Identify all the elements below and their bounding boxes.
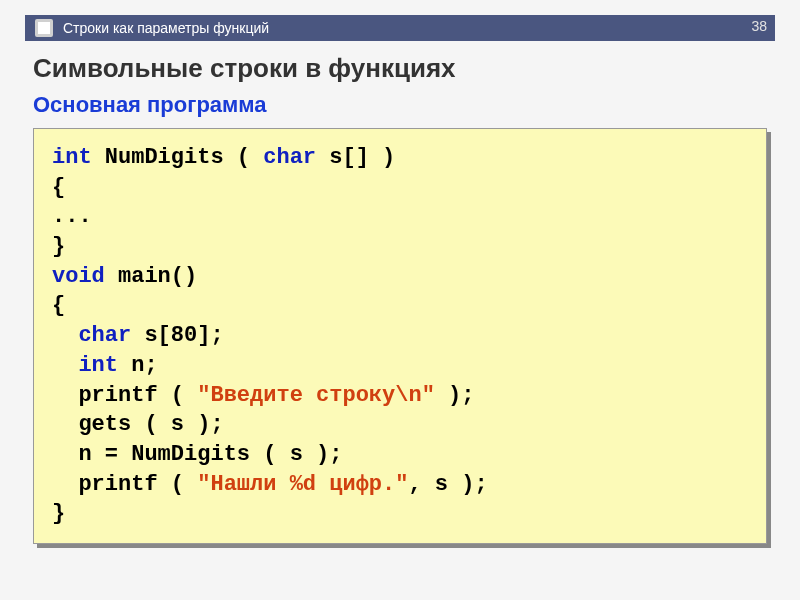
code-text: ... xyxy=(52,204,92,229)
code-text xyxy=(52,472,78,497)
code-text: NumDigits ( xyxy=(92,145,264,170)
slide-subtitle: Основная программа xyxy=(33,92,775,118)
code-text: { xyxy=(52,175,65,200)
string-literal: "Нашли %d цифр." xyxy=(197,472,408,497)
code-text: s[] ) xyxy=(316,145,395,170)
keyword-int: int xyxy=(52,145,92,170)
slide-header: Строки как параметры функций 38 xyxy=(25,15,775,41)
code-text: ( xyxy=(158,383,198,408)
code-text xyxy=(52,323,78,348)
code-text: s[80]; xyxy=(131,323,223,348)
code-text xyxy=(52,412,78,437)
code-text: ( xyxy=(158,472,198,497)
header-bullet-icon xyxy=(35,19,53,37)
code-text: , s ); xyxy=(408,472,487,497)
code-text: printf xyxy=(78,472,157,497)
code-text: n; xyxy=(118,353,158,378)
keyword-void: void xyxy=(52,264,105,289)
code-text xyxy=(52,353,78,378)
page-number: 38 xyxy=(751,18,767,34)
code-text: main() xyxy=(105,264,197,289)
string-literal: "Введите строку\n" xyxy=(197,383,435,408)
code-text: gets ( s ); xyxy=(78,412,223,437)
code-text: } xyxy=(52,501,65,526)
code-text: ); xyxy=(435,383,475,408)
keyword-char: char xyxy=(263,145,316,170)
header-text: Строки как параметры функций xyxy=(63,20,269,36)
code-text: { xyxy=(52,293,65,318)
code-text: printf xyxy=(78,383,157,408)
code-text xyxy=(52,442,78,467)
code-block: int NumDigits ( char s[] ) { ... } void … xyxy=(33,128,767,544)
slide-title: Символьные строки в функциях xyxy=(33,53,775,84)
code-text: } xyxy=(52,234,65,259)
keyword-int: int xyxy=(78,353,118,378)
code-text: n = NumDigits ( s ); xyxy=(78,442,342,467)
keyword-char: char xyxy=(78,323,131,348)
code-text xyxy=(52,383,78,408)
